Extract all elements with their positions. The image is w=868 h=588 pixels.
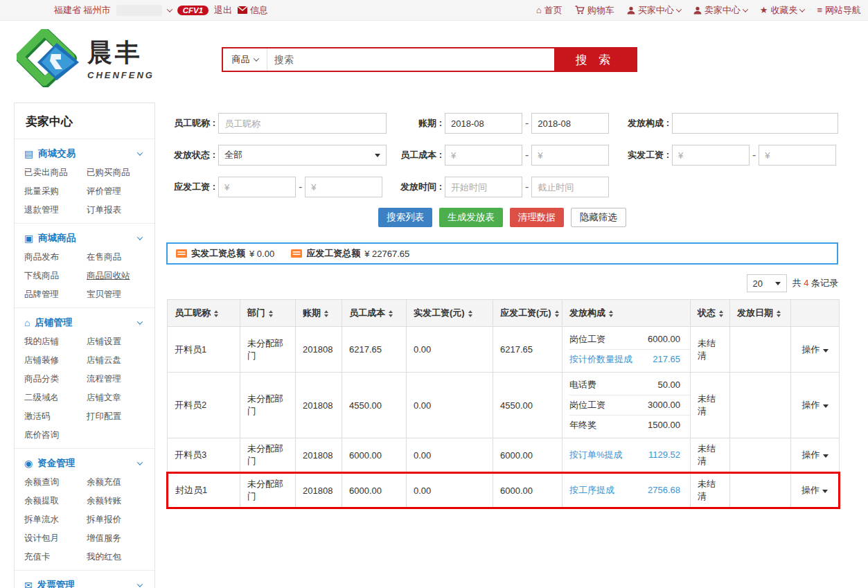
table-header-cell[interactable]: 应发工资(元) [493,300,563,327]
sidebar-item[interactable]: 品牌管理 [24,289,87,301]
sidebar-item[interactable]: 在售商品 [87,251,145,263]
search-input[interactable] [267,48,554,71]
sidebar-item[interactable]: 商品回收站 [87,270,145,282]
composition-entry: 电话费50.00 [569,375,690,395]
sidebar-item[interactable]: 评价管理 [87,186,145,197]
sidebar-section-title: 资金管理 [37,457,75,470]
topnav-home[interactable]: ⌂首页 [536,4,563,17]
sidebar-item[interactable]: 余额充值 [87,476,145,488]
cell-cost: 6217.65 [342,327,407,373]
sidebar-item[interactable]: 商品分类 [24,373,87,385]
status-select[interactable]: 全部 [218,145,387,166]
actual-to-input[interactable] [759,145,836,166]
filter-label-time: 发放时间 : [389,181,445,193]
sidebar-item[interactable]: 底价咨询 [24,429,87,441]
cost-from-input[interactable] [445,145,522,166]
sidebar-item[interactable]: 店铺文章 [87,392,145,404]
chevron-down-icon[interactable] [166,6,172,12]
composition-input[interactable] [672,113,838,134]
message-link[interactable]: 信息 [238,4,268,17]
table-header-cell[interactable]: 员工昵称 [168,300,240,327]
table-header-cell[interactable]: 员工成本 [342,300,407,327]
main-content: 员工昵称 : 账期 : - 发放构成 : 发放状态 : [166,103,838,509]
topnav-site-nav[interactable]: ≡网站导航 [817,4,861,17]
logo[interactable]: 晨丰 CHENFENG [17,29,154,87]
time-to-input[interactable] [531,177,609,197]
sidebar-item[interactable]: 已卖出商品 [24,167,87,179]
composition-link-entry[interactable]: 按订单%提成1129.52 [569,445,690,465]
time-from-input[interactable] [445,177,522,197]
sidebar-item[interactable]: 店铺云盘 [87,355,145,366]
sidebar-item[interactable]: 增值服务 [87,533,145,544]
sidebar-section: ◉资金管理余额查询余额充值余额提取余额转账拆单流水拆单报价设计包月增值服务充值卡… [15,449,154,571]
sidebar-item[interactable]: 商品发布 [24,251,87,263]
sidebar-item[interactable]: 二级域名 [24,392,87,404]
action-button[interactable]: 操作 [802,344,829,355]
sidebar-section-header[interactable]: ▣商城商品 [24,232,145,244]
topnav-buyer-center[interactable]: 买家中心 [627,4,681,17]
payable-from-input[interactable] [218,177,296,197]
table-row-highlighted: 封边员1未分配部门2018086000.000.006000.00按工序提成27… [168,473,840,508]
topnav-cart[interactable]: 购物车 [575,4,614,17]
cost-to-input[interactable] [531,145,609,166]
topnav-label: 收藏夹 [770,4,797,17]
sidebar-item[interactable]: 拆单流水 [24,514,87,526]
sidebar-section-header[interactable]: ◉资金管理 [24,457,145,470]
period-from-input[interactable] [445,113,522,134]
cell-composition: 岗位工资6000.00按计价数量提成217.65 [563,327,691,373]
sidebar-item[interactable]: 店铺设置 [87,336,145,348]
table-header-cell[interactable]: 发放日期 [730,300,791,327]
sidebar-item[interactable]: 激活码 [24,411,87,422]
sidebar-item[interactable]: 下线商品 [24,270,87,282]
action-button[interactable]: 操作 [802,449,829,460]
sidebar-item[interactable]: 退款管理 [24,204,87,216]
table-header-cell[interactable]: 实发工资(元) [407,300,493,327]
search-list-button[interactable]: 搜索列表 [378,208,432,227]
sidebar-item[interactable]: 批量采购 [24,186,87,197]
sidebar-item[interactable]: 余额转账 [87,495,145,507]
location-selector[interactable]: 福建省 福州市 [54,4,111,17]
composition-link-entry[interactable]: 按计价数量提成217.65 [569,349,690,369]
nickname-input[interactable] [218,113,387,134]
actual-from-input[interactable] [672,145,750,166]
sidebar-item[interactable]: 流程管理 [87,373,145,385]
sidebar-item[interactable]: 充值卡 [24,551,87,563]
sidebar-item[interactable]: 我的红包 [87,551,145,563]
search-button[interactable]: 搜 索 [554,48,636,71]
table-header-cell[interactable]: 账期 [296,300,342,327]
table-header-cell[interactable]: 部门 [240,300,296,327]
table-header-cell[interactable]: 状态 [691,300,730,327]
range-dash: - [299,181,302,193]
sidebar-item[interactable]: 拆单报价 [87,514,145,526]
caret-down-icon [375,154,380,157]
sidebar-item[interactable]: 打印配置 [87,411,145,422]
sidebar-item[interactable]: 订单报表 [87,204,145,216]
cell-department: 未分配部门 [240,473,296,508]
sidebar-section-header[interactable]: ⌂店铺管理 [24,317,145,329]
logout-link[interactable]: 退出 [214,4,232,17]
period-to-input[interactable] [531,113,609,134]
search-category-dropdown[interactable]: 商品 [223,48,267,71]
topnav-favorites[interactable]: ★收藏夹 [760,4,805,17]
action-button[interactable]: 操作 [802,400,829,410]
page-size-select[interactable]: 20 [747,274,787,292]
table-header-cell[interactable]: 发放构成 [563,300,691,327]
sidebar-item[interactable]: 余额提取 [24,495,87,507]
topnav-seller-center[interactable]: 卖家中心 [693,4,747,17]
action-button[interactable]: 操作 [801,485,828,495]
sidebar-item[interactable]: 宝贝管理 [87,289,145,301]
sidebar-section-header[interactable]: ▤商城交易 [24,148,145,160]
table-header-row: 员工昵称部门账期员工成本实发工资(元)应发工资(元)发放构成状态发放日期 [168,300,840,327]
sidebar-item[interactable]: 余额查询 [24,476,87,488]
composition-value: 3000.00 [648,398,680,412]
sidebar-item[interactable]: 我的店铺 [24,336,87,348]
sidebar-section-header[interactable]: ✉发票管理 [24,579,145,588]
payable-to-input[interactable] [305,177,382,197]
sidebar-item[interactable]: 设计包月 [24,533,87,544]
hide-filter-button[interactable]: 隐藏筛选 [571,208,626,227]
composition-link-entry[interactable]: 按工序提成2756.68 [569,481,690,500]
generate-payroll-button[interactable]: 生成发放表 [439,208,503,227]
sidebar-item[interactable]: 已购买商品 [87,167,145,179]
clean-data-button[interactable]: 清理数据 [510,208,564,227]
sidebar-item[interactable]: 店铺装修 [24,355,87,366]
